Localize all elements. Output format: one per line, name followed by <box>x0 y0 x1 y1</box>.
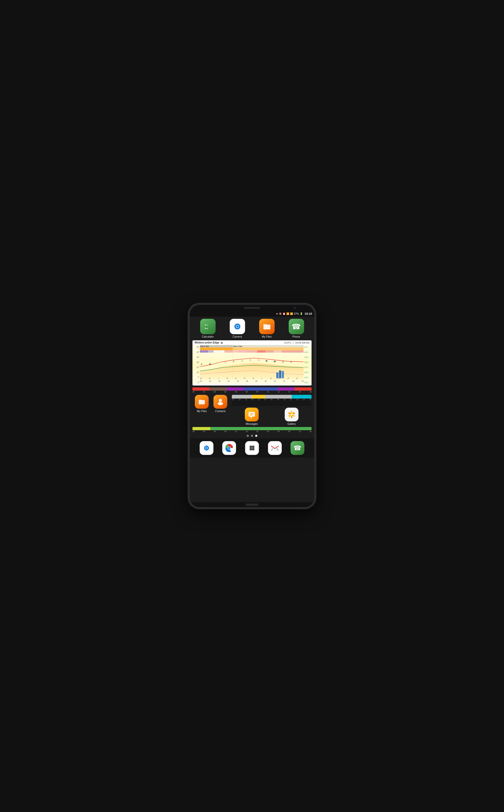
dock-chrome-icon[interactable] <box>222 441 236 455</box>
dock-gmail-icon[interactable] <box>268 441 282 455</box>
svg-text:⛅: ⛅ <box>241 359 244 362</box>
gallery-label: Gallery <box>287 422 296 425</box>
app-gallery[interactable]: Gallery <box>285 408 299 425</box>
myfiles2-label: My Files <box>197 410 207 413</box>
color-seg <box>278 387 295 391</box>
svg-text:🌧: 🌧 <box>265 359 268 362</box>
myfiles2-icon[interactable] <box>195 395 209 409</box>
mini-color-bar <box>232 395 312 399</box>
mini-seg <box>232 395 252 399</box>
svg-text:⛈: ⛈ <box>282 361 284 363</box>
svg-text:Sat 3 Jun: Sat 3 Jun <box>200 345 209 348</box>
status-bar: ★ 🔇 ⏰ 📶 📶 37% 🔋 19:10 <box>190 311 314 317</box>
weather-location: Wotton-under-Edge <box>195 341 219 344</box>
svg-point-76 <box>250 446 251 447</box>
app-camera[interactable]: Camera <box>230 319 245 338</box>
phone-frame: ★ 🔇 ⏰ 📶 📶 37% 🔋 19:10 +− ×÷ <box>188 303 316 509</box>
top-app-row: +− ×÷ Calculator Camera <box>190 317 314 339</box>
battery-icon: 🔋 <box>300 312 303 315</box>
svg-text:⛅: ⛅ <box>257 358 261 362</box>
svg-point-55 <box>219 399 222 402</box>
myfiles-icon[interactable] <box>259 319 275 334</box>
svg-text:⛅: ⛅ <box>216 361 220 365</box>
svg-point-71 <box>206 447 207 449</box>
dock: ☎ <box>190 438 314 458</box>
app-contacts[interactable]: Contacts <box>213 395 227 413</box>
calculator-icon[interactable]: +− ×÷ <box>200 319 216 334</box>
color-seg <box>209 387 226 391</box>
camera-icon[interactable] <box>230 319 245 334</box>
page-dot-1[interactable] <box>247 435 249 437</box>
svg-rect-12 <box>208 350 214 353</box>
weather-meta: 13.8°C | 19:06 (08:35) <box>284 341 309 344</box>
contacts-label: Contacts <box>215 410 225 413</box>
dock-phone-icon[interactable]: ☎ <box>291 441 304 455</box>
svg-rect-23 <box>276 372 278 378</box>
status-icons: ★ 🔇 ⏰ 📶 📶 37% 🔋 <box>276 312 303 315</box>
svg-text:↗: ↗ <box>270 377 272 380</box>
mini-weather-bar: 18 20 22 00 02 04 06 08 10 12 14 16 <box>232 395 312 406</box>
dock-camera[interactable] <box>200 441 213 455</box>
front-camera <box>294 307 296 309</box>
dock-apps[interactable] <box>245 441 259 455</box>
signal-icon: 📶 <box>290 312 293 315</box>
svg-text:🌧: 🌧 <box>274 360 276 363</box>
wallpaper: +− ×÷ Calculator Camera <box>190 317 314 502</box>
weather-chart: 25° 22° 19° 16° 13° 10° 7° 4° hPa 1 <box>192 345 312 384</box>
screen: ★ 🔇 ⏰ 📶 📶 37% 🔋 19:10 +− ×÷ <box>190 311 314 502</box>
dock-apps-icon[interactable] <box>245 441 259 455</box>
app-myfiles2[interactable]: My Files <box>195 395 209 413</box>
svg-point-83 <box>251 449 253 450</box>
svg-point-78 <box>253 446 254 447</box>
app-phone[interactable]: ☎ Phone <box>289 319 304 338</box>
phone-label: Phone <box>292 335 300 338</box>
svg-text:↗: ↗ <box>296 377 298 380</box>
svg-rect-15 <box>233 350 238 353</box>
svg-text:☀: ☀ <box>200 363 203 366</box>
color-bar-2 <box>192 427 312 430</box>
dock-phone[interactable]: ☎ <box>291 441 304 455</box>
left-apps: My Files Contacts <box>192 395 230 425</box>
progress-bar-labels: 20 00 04 08 12 16 20 00 04 08 12 16 <box>192 430 312 433</box>
right-widgets: 18 20 22 00 02 04 06 08 10 12 14 16 <box>232 395 312 425</box>
svg-text:Sun 4 Jun: Sun 4 Jun <box>233 345 242 348</box>
volume-up-button[interactable] <box>315 337 316 348</box>
gallery-icon[interactable] <box>285 408 299 421</box>
dock-gmail[interactable] <box>268 441 282 455</box>
volume-down-button[interactable] <box>315 350 316 361</box>
app-calculator[interactable]: +− ×÷ Calculator <box>200 319 216 338</box>
mini-seg <box>292 395 312 399</box>
dock-camera-icon[interactable] <box>200 441 213 455</box>
page-dot-3[interactable] <box>255 435 257 437</box>
mini-time-row: 18 20 22 00 02 04 06 08 10 12 14 16 <box>232 399 312 401</box>
middle-section: My Files Contacts <box>192 395 312 425</box>
svg-point-81 <box>253 447 254 449</box>
svg-point-84 <box>253 449 254 450</box>
camera-label: Camera <box>233 335 242 338</box>
messages-label: Messages <box>246 422 258 425</box>
color-seg <box>295 387 312 391</box>
svg-rect-6 <box>263 324 267 325</box>
svg-text:🌤: 🌤 <box>209 362 211 365</box>
svg-text:↗: ↗ <box>287 377 289 380</box>
speaker <box>244 307 260 309</box>
messages-icon[interactable] <box>245 408 259 421</box>
svg-text:+−: +− <box>205 323 208 327</box>
page-dot-2[interactable] <box>251 435 253 437</box>
app-messages[interactable]: Messages <box>245 408 259 425</box>
color-bar-1-section: 20 22 00 02 04 06 08 10 12 14 16 18 <box>192 387 312 393</box>
svg-point-80 <box>251 447 253 449</box>
svg-text:☀: ☀ <box>290 361 292 363</box>
contacts-icon[interactable] <box>213 395 227 409</box>
phone-icon[interactable]: ☎ <box>289 319 304 334</box>
mini-seg <box>265 395 292 399</box>
calculator-label: Calculator <box>202 335 214 338</box>
home-button[interactable] <box>246 504 258 506</box>
svg-rect-54 <box>199 400 202 401</box>
svg-text:⛅: ⛅ <box>224 361 228 364</box>
svg-point-79 <box>250 447 251 449</box>
app-myfiles[interactable]: My Files <box>259 319 275 338</box>
dock-chrome[interactable] <box>222 441 236 455</box>
weather-widget[interactable]: Wotton-under-Edge ◑ 13.8°C | 19:06 (08:3… <box>192 340 312 386</box>
svg-point-68 <box>291 413 293 416</box>
